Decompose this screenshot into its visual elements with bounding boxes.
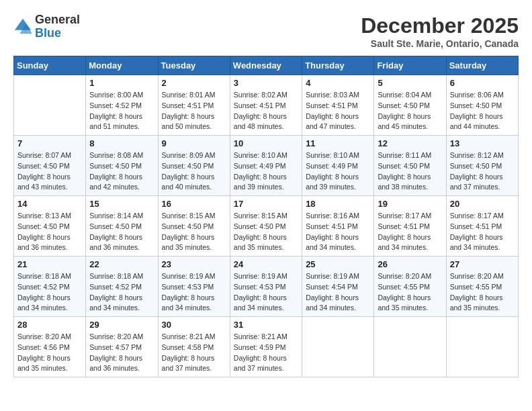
day-info: Sunrise: 8:17 AM Sunset: 4:51 PM Dayligh… — [378, 211, 442, 253]
calendar-cell — [446, 317, 518, 377]
day-info: Sunrise: 8:10 AM Sunset: 4:49 PM Dayligh… — [234, 150, 298, 193]
calendar-cell: 23Sunrise: 8:19 AM Sunset: 4:53 PM Dayli… — [158, 257, 230, 317]
logo-text: General Blue — [35, 13, 80, 40]
calendar-cell: 13Sunrise: 8:12 AM Sunset: 4:50 PM Dayli… — [446, 136, 518, 196]
weekday-header: Monday — [86, 56, 158, 75]
calendar-cell: 28Sunrise: 8:20 AM Sunset: 4:56 PM Dayli… — [14, 317, 86, 377]
day-info: Sunrise: 8:20 AM Sunset: 4:56 PM Dayligh… — [17, 332, 82, 374]
calendar-cell: 9Sunrise: 8:09 AM Sunset: 4:50 PM Daylig… — [158, 136, 230, 196]
calendar-cell: 26Sunrise: 8:20 AM Sunset: 4:55 PM Dayli… — [374, 257, 446, 317]
calendar-cell: 1Sunrise: 8:00 AM Sunset: 4:52 PM Daylig… — [86, 75, 158, 136]
day-number: 9 — [162, 138, 226, 148]
day-number: 21 — [17, 259, 82, 269]
day-info: Sunrise: 8:18 AM Sunset: 4:52 PM Dayligh… — [89, 271, 154, 314]
day-number: 27 — [450, 259, 515, 269]
calendar-cell: 6Sunrise: 8:06 AM Sunset: 4:50 PM Daylig… — [446, 75, 518, 136]
calendar-cell: 5Sunrise: 8:04 AM Sunset: 4:50 PM Daylig… — [374, 75, 446, 136]
day-number: 26 — [378, 259, 442, 269]
calendar-cell: 15Sunrise: 8:14 AM Sunset: 4:50 PM Dayli… — [86, 196, 158, 257]
day-number: 2 — [162, 78, 226, 88]
calendar-cell — [374, 317, 446, 377]
calendar-week-row: 7Sunrise: 8:07 AM Sunset: 4:50 PM Daylig… — [14, 136, 519, 196]
day-number: 10 — [234, 138, 298, 148]
day-info: Sunrise: 8:15 AM Sunset: 4:50 PM Dayligh… — [162, 211, 226, 253]
day-info: Sunrise: 8:10 AM Sunset: 4:49 PM Dayligh… — [306, 150, 370, 193]
day-number: 23 — [162, 259, 226, 269]
calendar-cell: 25Sunrise: 8:19 AM Sunset: 4:54 PM Dayli… — [302, 257, 374, 317]
day-info: Sunrise: 8:16 AM Sunset: 4:51 PM Dayligh… — [306, 211, 370, 253]
day-number: 31 — [234, 320, 298, 330]
day-number: 20 — [450, 199, 515, 209]
calendar-cell: 21Sunrise: 8:18 AM Sunset: 4:52 PM Dayli… — [14, 257, 86, 317]
day-number: 25 — [306, 259, 370, 269]
day-info: Sunrise: 8:20 AM Sunset: 4:55 PM Dayligh… — [450, 271, 515, 314]
day-info: Sunrise: 8:21 AM Sunset: 4:59 PM Dayligh… — [234, 332, 298, 374]
day-number: 6 — [450, 78, 515, 88]
day-info: Sunrise: 8:01 AM Sunset: 4:51 PM Dayligh… — [162, 90, 226, 132]
day-number: 19 — [378, 199, 442, 209]
day-number: 24 — [234, 259, 298, 269]
calendar-cell: 17Sunrise: 8:15 AM Sunset: 4:50 PM Dayli… — [230, 196, 302, 257]
day-info: Sunrise: 8:20 AM Sunset: 4:55 PM Dayligh… — [378, 271, 442, 314]
calendar-cell: 2Sunrise: 8:01 AM Sunset: 4:51 PM Daylig… — [158, 75, 230, 136]
page-header: General Blue December 2025 Sault Ste. Ma… — [13, 13, 519, 49]
day-info: Sunrise: 8:19 AM Sunset: 4:54 PM Dayligh… — [306, 271, 370, 314]
calendar-cell: 3Sunrise: 8:02 AM Sunset: 4:51 PM Daylig… — [230, 75, 302, 136]
day-number: 29 — [89, 320, 154, 330]
day-info: Sunrise: 8:00 AM Sunset: 4:52 PM Dayligh… — [89, 90, 154, 132]
calendar-cell: 19Sunrise: 8:17 AM Sunset: 4:51 PM Dayli… — [374, 196, 446, 257]
day-info: Sunrise: 8:07 AM Sunset: 4:50 PM Dayligh… — [17, 150, 82, 193]
day-info: Sunrise: 8:04 AM Sunset: 4:50 PM Dayligh… — [378, 90, 442, 132]
day-number: 22 — [89, 259, 154, 269]
calendar-cell: 11Sunrise: 8:10 AM Sunset: 4:49 PM Dayli… — [302, 136, 374, 196]
day-info: Sunrise: 8:13 AM Sunset: 4:50 PM Dayligh… — [17, 211, 82, 253]
day-number: 14 — [17, 199, 82, 209]
day-number: 8 — [89, 138, 154, 148]
day-number: 13 — [450, 138, 515, 148]
weekday-header: Saturday — [446, 56, 518, 75]
day-number: 1 — [89, 78, 154, 88]
calendar-week-row: 14Sunrise: 8:13 AM Sunset: 4:50 PM Dayli… — [14, 196, 519, 257]
calendar-cell: 29Sunrise: 8:20 AM Sunset: 4:57 PM Dayli… — [86, 317, 158, 377]
calendar-cell: 12Sunrise: 8:11 AM Sunset: 4:50 PM Dayli… — [374, 136, 446, 196]
calendar-week-row: 1Sunrise: 8:00 AM Sunset: 4:52 PM Daylig… — [14, 75, 519, 136]
day-number: 11 — [306, 138, 370, 148]
weekday-header: Tuesday — [158, 56, 230, 75]
day-info: Sunrise: 8:02 AM Sunset: 4:51 PM Dayligh… — [234, 90, 298, 132]
calendar-cell: 7Sunrise: 8:07 AM Sunset: 4:50 PM Daylig… — [14, 136, 86, 196]
weekday-header: Friday — [374, 56, 446, 75]
title-area: December 2025 Sault Ste. Marie, Ontario,… — [361, 13, 519, 49]
calendar-cell: 18Sunrise: 8:16 AM Sunset: 4:51 PM Dayli… — [302, 196, 374, 257]
calendar-week-row: 28Sunrise: 8:20 AM Sunset: 4:56 PM Dayli… — [14, 317, 519, 377]
weekday-header-row: SundayMondayTuesdayWednesdayThursdayFrid… — [14, 56, 519, 75]
day-info: Sunrise: 8:19 AM Sunset: 4:53 PM Dayligh… — [234, 271, 298, 314]
calendar-cell: 27Sunrise: 8:20 AM Sunset: 4:55 PM Dayli… — [446, 257, 518, 317]
weekday-header: Thursday — [302, 56, 374, 75]
day-info: Sunrise: 8:08 AM Sunset: 4:50 PM Dayligh… — [89, 150, 154, 193]
day-number: 4 — [306, 78, 370, 88]
day-number: 18 — [306, 199, 370, 209]
calendar-cell — [14, 75, 86, 136]
day-info: Sunrise: 8:14 AM Sunset: 4:50 PM Dayligh… — [89, 211, 154, 253]
month-title: December 2025 — [361, 13, 519, 38]
calendar-cell: 14Sunrise: 8:13 AM Sunset: 4:50 PM Dayli… — [14, 196, 86, 257]
calendar-cell: 31Sunrise: 8:21 AM Sunset: 4:59 PM Dayli… — [230, 317, 302, 377]
calendar-cell: 10Sunrise: 8:10 AM Sunset: 4:49 PM Dayli… — [230, 136, 302, 196]
day-info: Sunrise: 8:17 AM Sunset: 4:51 PM Dayligh… — [450, 211, 515, 253]
calendar-cell: 8Sunrise: 8:08 AM Sunset: 4:50 PM Daylig… — [86, 136, 158, 196]
logo: General Blue — [13, 13, 80, 40]
calendar-cell: 24Sunrise: 8:19 AM Sunset: 4:53 PM Dayli… — [230, 257, 302, 317]
day-number: 7 — [17, 138, 82, 148]
day-info: Sunrise: 8:11 AM Sunset: 4:50 PM Dayligh… — [378, 150, 442, 193]
day-info: Sunrise: 8:20 AM Sunset: 4:57 PM Dayligh… — [89, 332, 154, 374]
day-number: 28 — [17, 320, 82, 330]
day-info: Sunrise: 8:18 AM Sunset: 4:52 PM Dayligh… — [17, 271, 82, 314]
calendar-cell: 16Sunrise: 8:15 AM Sunset: 4:50 PM Dayli… — [158, 196, 230, 257]
calendar-cell: 22Sunrise: 8:18 AM Sunset: 4:52 PM Dayli… — [86, 257, 158, 317]
day-number: 30 — [162, 320, 226, 330]
logo-general: General — [35, 13, 80, 26]
calendar-cell: 30Sunrise: 8:21 AM Sunset: 4:58 PM Dayli… — [158, 317, 230, 377]
logo-icon — [13, 17, 32, 36]
weekday-header: Wednesday — [230, 56, 302, 75]
calendar-table: SundayMondayTuesdayWednesdayThursdayFrid… — [13, 56, 519, 377]
